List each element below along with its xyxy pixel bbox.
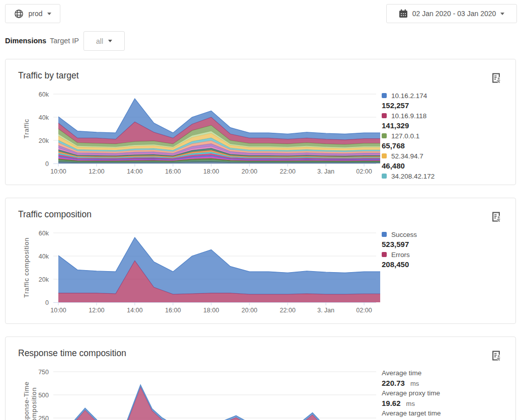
card-1: Traffic by target60k40k20k0Traffic10:001… xyxy=(5,59,516,185)
stat-label: Average time xyxy=(382,368,515,378)
stat-label: Average target time xyxy=(382,408,515,418)
x-tick-label: 18:00 xyxy=(203,168,219,175)
card-2: Traffic composition60k40k20k0Traffic com… xyxy=(5,198,516,324)
dimensions-label: Dimensions xyxy=(5,37,46,45)
area-series[interactable] xyxy=(58,237,380,294)
legend-swatch xyxy=(382,133,387,138)
x-tick-label: 22:00 xyxy=(280,307,295,314)
y-tick-label: 0 xyxy=(45,160,49,167)
legend-label: 34.208.42.172 xyxy=(391,173,434,180)
y-axis-title: Traffic xyxy=(23,119,30,139)
chart-plot-area[interactable] xyxy=(58,99,380,163)
legend-label: 52.34.94.7 xyxy=(391,152,423,160)
stat-label: Average proxy time xyxy=(382,388,515,398)
legend-label: Errors xyxy=(391,251,410,259)
chart-plot-area[interactable] xyxy=(58,237,380,302)
legend-swatch xyxy=(382,232,387,237)
chart-legend: 10.16.2.174152,25710.16.9.118141,329127.… xyxy=(382,91,515,181)
chevron-down-icon xyxy=(500,13,504,15)
date-range-label: 02 Jan 2020 - 03 Jan 2020 xyxy=(412,10,496,18)
legend-item[interactable]: Errors208,450 xyxy=(382,249,515,270)
target-ip-value: all xyxy=(96,37,103,45)
calendar-icon xyxy=(399,9,408,18)
y-axis-title: Response-Timecomposition xyxy=(23,381,38,420)
legend-label: 127.0.0.1 xyxy=(391,132,419,140)
x-tick-label: 20:00 xyxy=(241,307,257,314)
legend-value: 46,480 xyxy=(382,161,515,171)
stat-unit: ms xyxy=(410,380,419,387)
environment-label: prod xyxy=(28,10,42,18)
x-tick-label: 10:00 xyxy=(50,168,66,175)
y-tick-label: 0 xyxy=(45,299,49,306)
chart-stats: Average time220.73msAverage proxy time19… xyxy=(382,368,515,420)
legend-item[interactable]: 34.208.42.172 xyxy=(382,171,515,181)
target-ip-dropdown[interactable]: all xyxy=(83,31,125,51)
date-range-picker[interactable]: 02 Jan 2020 - 03 Jan 2020 xyxy=(386,4,517,23)
y-tick-label: 20k xyxy=(39,276,49,283)
x-tick-label: 3. Jan xyxy=(317,307,334,314)
legend-item[interactable]: 10.16.2.174152,257 xyxy=(382,91,515,111)
x-tick-label: 12:00 xyxy=(89,168,104,175)
legend-item[interactable]: Success523,597 xyxy=(382,229,515,249)
stat-value: 220.73ms xyxy=(382,378,515,388)
chevron-down-icon xyxy=(108,40,112,42)
legend-value: 523,597 xyxy=(382,239,515,249)
y-tick-label: 60k xyxy=(39,91,49,98)
y-tick-label: 40k xyxy=(39,253,49,260)
legend-value: 208,450 xyxy=(382,260,515,270)
x-tick-label: 14:00 xyxy=(127,168,142,175)
x-tick-label: 14:00 xyxy=(127,307,142,314)
legend-swatch xyxy=(382,113,387,118)
y-tick-label: 500 xyxy=(38,392,49,399)
legend-swatch xyxy=(382,153,387,158)
card-3: Response time composition750500250Respon… xyxy=(5,337,516,420)
legend-label: 10.16.2.174 xyxy=(391,92,427,100)
globe-icon xyxy=(14,9,24,19)
x-tick-label: 12:00 xyxy=(89,307,104,314)
legend-item[interactable]: 127.0.0.165,768 xyxy=(382,131,515,151)
x-tick-label: 16:00 xyxy=(165,307,181,314)
legend-value: 141,329 xyxy=(382,121,515,131)
x-tick-label: 10:00 xyxy=(50,307,66,314)
environment-selector[interactable]: prod xyxy=(5,4,60,23)
legend-swatch xyxy=(382,252,387,257)
area-series[interactable] xyxy=(58,387,381,420)
legend-value: 65,768 xyxy=(382,141,515,151)
y-tick-label: 750 xyxy=(38,369,49,376)
area-series[interactable] xyxy=(58,385,381,420)
x-tick-label: 02:00 xyxy=(356,168,372,175)
legend-swatch xyxy=(382,174,387,179)
chart-plot-area[interactable] xyxy=(58,385,381,420)
analytics-dashboard: { "header": { "env_label": "prod", "date… xyxy=(0,0,522,420)
stat-unit: ms xyxy=(406,400,415,407)
x-tick-label: 20:00 xyxy=(241,168,257,175)
x-tick-label: 02:00 xyxy=(356,307,372,314)
y-tick-label: 40k xyxy=(39,114,49,121)
y-tick-label: 250 xyxy=(38,415,49,420)
legend-label: Success xyxy=(391,231,417,238)
x-tick-label: 3. Jan xyxy=(317,168,334,175)
legend-label: 10.16.9.118 xyxy=(391,112,426,120)
legend-swatch xyxy=(382,93,387,98)
chart-legend: Success523,597Errors208,450 xyxy=(382,229,515,270)
legend-value: 152,257 xyxy=(382,101,515,111)
y-tick-label: 60k xyxy=(39,230,49,237)
y-tick-label: 20k xyxy=(39,137,49,144)
x-tick-label: 22:00 xyxy=(280,168,295,175)
x-tick-label: 16:00 xyxy=(165,168,181,175)
target-ip-label: Target IP xyxy=(50,37,79,45)
x-tick-label: 18:00 xyxy=(203,307,219,314)
legend-item[interactable]: 10.16.9.118141,329 xyxy=(382,111,515,131)
chevron-down-icon xyxy=(47,13,51,15)
legend-item[interactable]: 52.34.94.746,480 xyxy=(382,151,515,171)
y-axis-title: Traffic composition xyxy=(23,237,30,298)
stat-value: 19.62ms xyxy=(382,398,515,408)
